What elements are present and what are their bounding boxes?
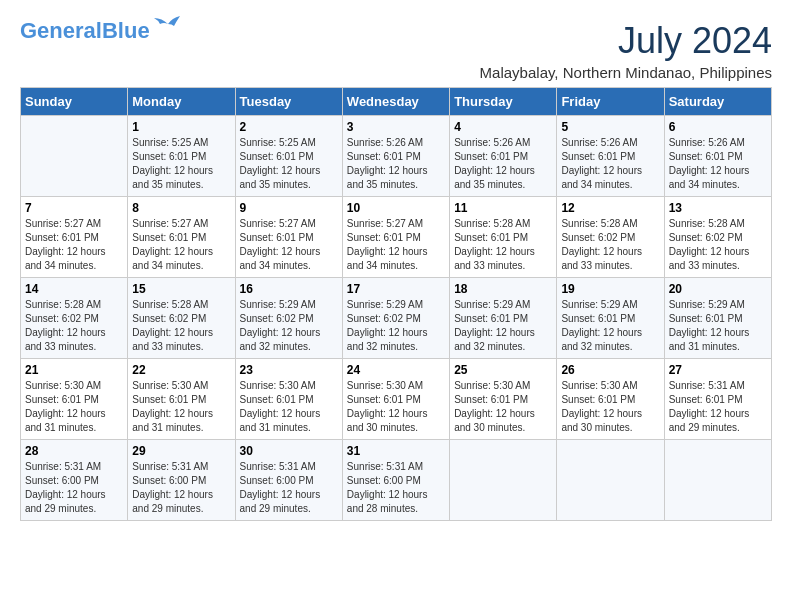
day-detail: Sunrise: 5:31 AMSunset: 6:00 PMDaylight:… (132, 461, 213, 514)
calendar-week-row: 14 Sunrise: 5:28 AMSunset: 6:02 PMDaylig… (21, 278, 772, 359)
calendar-cell: 3 Sunrise: 5:26 AMSunset: 6:01 PMDayligh… (342, 116, 449, 197)
title-block: July 2024 Malaybalay, Northern Mindanao,… (480, 20, 772, 81)
page-header: GeneralBlue July 2024 Malaybalay, Northe… (20, 20, 772, 81)
day-number: 31 (347, 444, 445, 458)
day-number: 25 (454, 363, 552, 377)
calendar-cell: 12 Sunrise: 5:28 AMSunset: 6:02 PMDaylig… (557, 197, 664, 278)
weekday-header-row: SundayMondayTuesdayWednesdayThursdayFrid… (21, 88, 772, 116)
day-number: 4 (454, 120, 552, 134)
day-number: 10 (347, 201, 445, 215)
day-number: 27 (669, 363, 767, 377)
day-number: 26 (561, 363, 659, 377)
logo: GeneralBlue (20, 20, 182, 42)
calendar-cell: 2 Sunrise: 5:25 AMSunset: 6:01 PMDayligh… (235, 116, 342, 197)
location: Malaybalay, Northern Mindanao, Philippin… (480, 64, 772, 81)
calendar-cell: 30 Sunrise: 5:31 AMSunset: 6:00 PMDaylig… (235, 440, 342, 521)
calendar-cell: 22 Sunrise: 5:30 AMSunset: 6:01 PMDaylig… (128, 359, 235, 440)
calendar-cell: 27 Sunrise: 5:31 AMSunset: 6:01 PMDaylig… (664, 359, 771, 440)
calendar-cell: 7 Sunrise: 5:27 AMSunset: 6:01 PMDayligh… (21, 197, 128, 278)
calendar-table: SundayMondayTuesdayWednesdayThursdayFrid… (20, 87, 772, 521)
calendar-week-row: 21 Sunrise: 5:30 AMSunset: 6:01 PMDaylig… (21, 359, 772, 440)
calendar-cell: 31 Sunrise: 5:31 AMSunset: 6:00 PMDaylig… (342, 440, 449, 521)
day-number: 7 (25, 201, 123, 215)
calendar-cell: 29 Sunrise: 5:31 AMSunset: 6:00 PMDaylig… (128, 440, 235, 521)
calendar-cell: 8 Sunrise: 5:27 AMSunset: 6:01 PMDayligh… (128, 197, 235, 278)
calendar-cell: 21 Sunrise: 5:30 AMSunset: 6:01 PMDaylig… (21, 359, 128, 440)
day-detail: Sunrise: 5:28 AMSunset: 6:02 PMDaylight:… (561, 218, 642, 271)
calendar-cell: 14 Sunrise: 5:28 AMSunset: 6:02 PMDaylig… (21, 278, 128, 359)
calendar-cell: 11 Sunrise: 5:28 AMSunset: 6:01 PMDaylig… (450, 197, 557, 278)
calendar-cell: 9 Sunrise: 5:27 AMSunset: 6:01 PMDayligh… (235, 197, 342, 278)
calendar-cell: 4 Sunrise: 5:26 AMSunset: 6:01 PMDayligh… (450, 116, 557, 197)
calendar-cell: 1 Sunrise: 5:25 AMSunset: 6:01 PMDayligh… (128, 116, 235, 197)
calendar-cell: 15 Sunrise: 5:28 AMSunset: 6:02 PMDaylig… (128, 278, 235, 359)
day-detail: Sunrise: 5:28 AMSunset: 6:02 PMDaylight:… (669, 218, 750, 271)
calendar-week-row: 7 Sunrise: 5:27 AMSunset: 6:01 PMDayligh… (21, 197, 772, 278)
logo-text: GeneralBlue (20, 20, 150, 42)
day-number: 23 (240, 363, 338, 377)
calendar-cell: 6 Sunrise: 5:26 AMSunset: 6:01 PMDayligh… (664, 116, 771, 197)
calendar-cell (664, 440, 771, 521)
day-detail: Sunrise: 5:30 AMSunset: 6:01 PMDaylight:… (561, 380, 642, 433)
calendar-cell: 25 Sunrise: 5:30 AMSunset: 6:01 PMDaylig… (450, 359, 557, 440)
day-detail: Sunrise: 5:29 AMSunset: 6:01 PMDaylight:… (561, 299, 642, 352)
calendar-week-row: 28 Sunrise: 5:31 AMSunset: 6:00 PMDaylig… (21, 440, 772, 521)
weekday-header-thursday: Thursday (450, 88, 557, 116)
calendar-cell (21, 116, 128, 197)
day-detail: Sunrise: 5:29 AMSunset: 6:02 PMDaylight:… (347, 299, 428, 352)
day-detail: Sunrise: 5:30 AMSunset: 6:01 PMDaylight:… (347, 380, 428, 433)
day-number: 21 (25, 363, 123, 377)
calendar-cell: 16 Sunrise: 5:29 AMSunset: 6:02 PMDaylig… (235, 278, 342, 359)
day-number: 20 (669, 282, 767, 296)
day-detail: Sunrise: 5:28 AMSunset: 6:02 PMDaylight:… (132, 299, 213, 352)
calendar-week-row: 1 Sunrise: 5:25 AMSunset: 6:01 PMDayligh… (21, 116, 772, 197)
calendar-cell: 17 Sunrise: 5:29 AMSunset: 6:02 PMDaylig… (342, 278, 449, 359)
calendar-cell (557, 440, 664, 521)
day-number: 24 (347, 363, 445, 377)
calendar-cell: 24 Sunrise: 5:30 AMSunset: 6:01 PMDaylig… (342, 359, 449, 440)
day-detail: Sunrise: 5:27 AMSunset: 6:01 PMDaylight:… (347, 218, 428, 271)
calendar-cell (450, 440, 557, 521)
day-number: 9 (240, 201, 338, 215)
day-number: 30 (240, 444, 338, 458)
day-number: 5 (561, 120, 659, 134)
weekday-header-tuesday: Tuesday (235, 88, 342, 116)
day-number: 1 (132, 120, 230, 134)
weekday-header-saturday: Saturday (664, 88, 771, 116)
day-detail: Sunrise: 5:25 AMSunset: 6:01 PMDaylight:… (240, 137, 321, 190)
day-number: 19 (561, 282, 659, 296)
day-detail: Sunrise: 5:28 AMSunset: 6:01 PMDaylight:… (454, 218, 535, 271)
day-detail: Sunrise: 5:28 AMSunset: 6:02 PMDaylight:… (25, 299, 106, 352)
calendar-cell: 13 Sunrise: 5:28 AMSunset: 6:02 PMDaylig… (664, 197, 771, 278)
day-detail: Sunrise: 5:26 AMSunset: 6:01 PMDaylight:… (669, 137, 750, 190)
day-detail: Sunrise: 5:27 AMSunset: 6:01 PMDaylight:… (132, 218, 213, 271)
day-detail: Sunrise: 5:31 AMSunset: 6:00 PMDaylight:… (347, 461, 428, 514)
weekday-header-wednesday: Wednesday (342, 88, 449, 116)
day-detail: Sunrise: 5:30 AMSunset: 6:01 PMDaylight:… (132, 380, 213, 433)
day-number: 8 (132, 201, 230, 215)
day-detail: Sunrise: 5:25 AMSunset: 6:01 PMDaylight:… (132, 137, 213, 190)
day-number: 3 (347, 120, 445, 134)
day-detail: Sunrise: 5:27 AMSunset: 6:01 PMDaylight:… (25, 218, 106, 271)
day-number: 22 (132, 363, 230, 377)
day-detail: Sunrise: 5:29 AMSunset: 6:01 PMDaylight:… (669, 299, 750, 352)
day-number: 14 (25, 282, 123, 296)
day-detail: Sunrise: 5:26 AMSunset: 6:01 PMDaylight:… (561, 137, 642, 190)
day-number: 29 (132, 444, 230, 458)
calendar-cell: 10 Sunrise: 5:27 AMSunset: 6:01 PMDaylig… (342, 197, 449, 278)
day-detail: Sunrise: 5:31 AMSunset: 6:01 PMDaylight:… (669, 380, 750, 433)
day-detail: Sunrise: 5:30 AMSunset: 6:01 PMDaylight:… (454, 380, 535, 433)
weekday-header-friday: Friday (557, 88, 664, 116)
day-number: 2 (240, 120, 338, 134)
day-detail: Sunrise: 5:29 AMSunset: 6:02 PMDaylight:… (240, 299, 321, 352)
day-number: 15 (132, 282, 230, 296)
day-number: 28 (25, 444, 123, 458)
weekday-header-monday: Monday (128, 88, 235, 116)
day-number: 16 (240, 282, 338, 296)
weekday-header-sunday: Sunday (21, 88, 128, 116)
day-number: 13 (669, 201, 767, 215)
day-number: 12 (561, 201, 659, 215)
logo-bird-icon (154, 16, 182, 36)
month-year: July 2024 (480, 20, 772, 62)
calendar-cell: 18 Sunrise: 5:29 AMSunset: 6:01 PMDaylig… (450, 278, 557, 359)
